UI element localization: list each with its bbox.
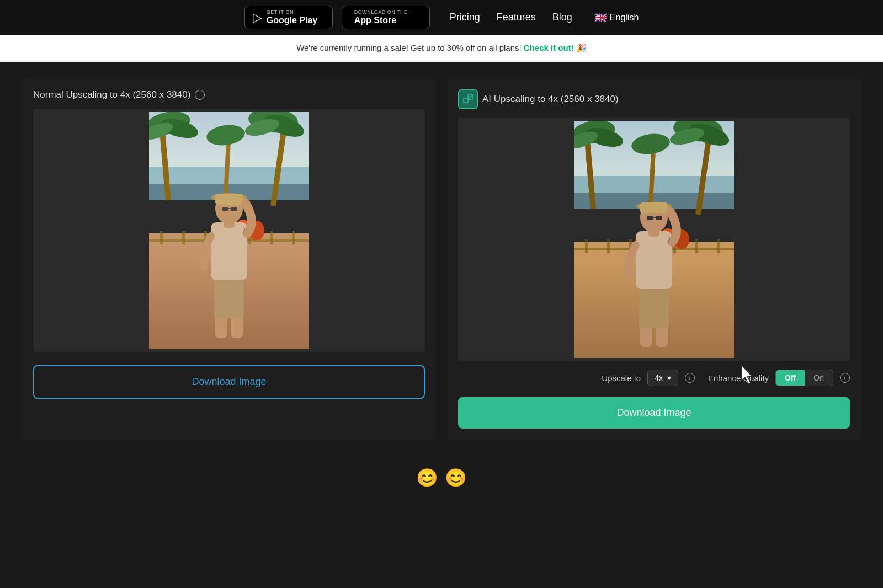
svg-rect-70 bbox=[656, 216, 662, 220]
upscale-info-icon[interactable]: i bbox=[685, 373, 695, 383]
toggle-off-button[interactable]: Off bbox=[776, 370, 805, 386]
google-play-button[interactable]: ▷ GET IT ON Google Play bbox=[244, 6, 333, 29]
main-content: Normal Upscaling to 4x (2560 x 3840) i bbox=[0, 62, 883, 456]
svg-rect-35 bbox=[464, 98, 468, 103]
nav-links: Pricing Features Blog 🇬🇧 English bbox=[450, 12, 639, 24]
app-store-button[interactable]: Download on the App Store bbox=[342, 6, 430, 29]
ai-upscale-icon bbox=[458, 89, 478, 109]
enhance-info-icon[interactable]: i bbox=[840, 373, 850, 383]
svg-rect-32 bbox=[222, 207, 228, 211]
bottom-emoji-1: 😊 bbox=[416, 467, 438, 488]
svg-rect-53 bbox=[607, 239, 610, 253]
flag-icon: 🇬🇧 bbox=[594, 12, 607, 24]
svg-rect-20 bbox=[270, 231, 273, 244]
svg-rect-52 bbox=[585, 239, 588, 253]
nav-features[interactable]: Features bbox=[497, 12, 536, 23]
enhance-quality-label: Enhance Quality bbox=[708, 373, 769, 383]
bottom-area: 😊 😊 bbox=[0, 467, 883, 488]
svg-rect-69 bbox=[647, 216, 653, 220]
svg-rect-21 bbox=[292, 231, 295, 244]
app-store-top-text: Download on the bbox=[354, 9, 408, 15]
svg-rect-16 bbox=[182, 231, 185, 244]
sale-banner: We're currently running a sale! Get up t… bbox=[0, 35, 883, 62]
svg-rect-71 bbox=[653, 217, 656, 218]
svg-rect-57 bbox=[695, 239, 698, 253]
nav-blog[interactable]: Blog bbox=[552, 12, 572, 23]
language-selector[interactable]: 🇬🇧 English bbox=[594, 12, 639, 24]
google-play-top-text: GET IT ON bbox=[267, 9, 317, 15]
svg-rect-58 bbox=[717, 239, 720, 253]
bottom-emoji-2: 😊 bbox=[445, 467, 467, 488]
enhance-quality-toggle: Off On bbox=[775, 370, 833, 386]
svg-rect-34 bbox=[228, 208, 231, 209]
svg-rect-64 bbox=[636, 231, 672, 289]
svg-rect-31 bbox=[215, 194, 243, 205]
right-panel-title: AI Upscaling to 4x (2560 x 3840) bbox=[458, 89, 850, 109]
left-panel-info-icon[interactable]: i bbox=[195, 90, 205, 100]
left-panel-title: Normal Upscaling to 4x (2560 x 3840) i bbox=[33, 89, 425, 100]
google-play-main-text: Google Play bbox=[267, 15, 317, 25]
left-download-button[interactable]: Download Image bbox=[33, 365, 425, 399]
svg-rect-68 bbox=[640, 202, 668, 213]
site-header: ▷ GET IT ON Google Play Download on the … bbox=[0, 0, 883, 35]
left-panel: Normal Upscaling to 4x (2560 x 3840) i bbox=[22, 78, 436, 440]
sale-link[interactable]: Check it out! bbox=[524, 43, 574, 52]
language-label: English bbox=[610, 13, 639, 23]
right-image-container bbox=[458, 118, 850, 361]
upscale-label: Upscale to bbox=[602, 373, 641, 383]
svg-rect-33 bbox=[231, 207, 237, 211]
right-panel: AI Upscaling to 4x (2560 x 3840) bbox=[447, 78, 861, 440]
nav-pricing[interactable]: Pricing bbox=[450, 12, 480, 23]
left-beach-image bbox=[149, 112, 309, 349]
sale-text: We're currently running a sale! Get up t… bbox=[296, 43, 522, 52]
upscale-select[interactable]: 4x ▾ bbox=[647, 370, 678, 386]
right-download-button[interactable]: Download Image bbox=[458, 397, 850, 429]
svg-rect-15 bbox=[160, 231, 163, 244]
app-store-main-text: App Store bbox=[354, 15, 408, 25]
toggle-on-button[interactable]: On bbox=[805, 370, 833, 386]
chevron-down-icon: ▾ bbox=[667, 373, 671, 382]
google-play-icon: ▷ bbox=[253, 10, 262, 25]
svg-rect-63 bbox=[639, 284, 669, 328]
svg-rect-26 bbox=[214, 275, 244, 319]
svg-rect-27 bbox=[211, 222, 247, 280]
right-controls-row: Upscale to 4x ▾ i Enhance Quality Off On… bbox=[458, 370, 850, 386]
left-image-container bbox=[33, 109, 425, 352]
right-beach-image bbox=[574, 121, 734, 358]
sale-emoji: 🎉 bbox=[576, 43, 587, 52]
